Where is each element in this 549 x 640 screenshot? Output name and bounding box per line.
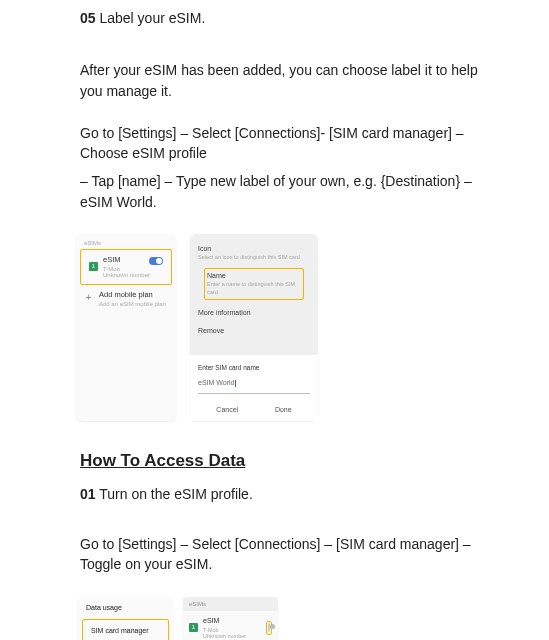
add-mobile-plan-row: + Add mobile plan Add an eSIM mobile pla… bbox=[76, 285, 176, 312]
plus-icon: + bbox=[84, 291, 93, 306]
sim-manager-card-2: eSIMs 1 eSIM T-Mob Unknown number + Add … bbox=[183, 597, 278, 640]
section-access-data: How To Access Data bbox=[80, 449, 480, 474]
step-01-heading: 01 Turn on the eSIM profile. bbox=[80, 484, 480, 504]
cancel-button: Cancel bbox=[216, 405, 238, 415]
sim-name-input: eSIM World bbox=[198, 375, 310, 394]
sim-card-manager-row: SIM card manager bbox=[82, 619, 169, 640]
screenshot-label-esim: eSIMs 1 eSIM T-Mob Unknown number + Add … bbox=[76, 234, 480, 421]
esim-row-2: 1 eSIM T-Mob Unknown number bbox=[183, 611, 278, 640]
step-05-heading: 05 Label your eSIM. bbox=[80, 8, 480, 28]
step-01-path: Go to [Settings] – Select [Connections] … bbox=[80, 534, 480, 575]
done-button: Done bbox=[275, 405, 292, 415]
rename-dialog: Enter SIM card name eSIM World Cancel Do… bbox=[190, 347, 318, 422]
step-05-path: Go to [Settings] – Select [Connections]-… bbox=[80, 123, 480, 164]
esim-row: 1 eSIM T-Mob Unknown number bbox=[80, 249, 172, 285]
screenshot-toggle-esim: Data usage SIM card manager Mobile Hotsp… bbox=[78, 597, 480, 640]
step-05-path-cont: – Tap [name] – Type new label of your ow… bbox=[80, 171, 480, 212]
esim-detail-card: Icon Select an icon to distinguish this … bbox=[190, 234, 318, 421]
sim-manager-card: eSIMs 1 eSIM T-Mob Unknown number + Add … bbox=[76, 234, 176, 421]
esim-toggle-off-icon bbox=[268, 623, 270, 632]
connections-card: Data usage SIM card manager Mobile Hotsp… bbox=[78, 597, 173, 640]
step-05-intro: After your eSIM has been added, you can … bbox=[80, 60, 480, 101]
sim-badge-icon: 1 bbox=[89, 262, 98, 271]
sim-badge-icon: 1 bbox=[189, 623, 198, 632]
esim-toggle-highlight bbox=[266, 621, 272, 635]
esim-toggle-on-icon bbox=[149, 257, 163, 265]
name-field-highlight: Name Enter a name to distinguish this SI… bbox=[204, 268, 304, 300]
